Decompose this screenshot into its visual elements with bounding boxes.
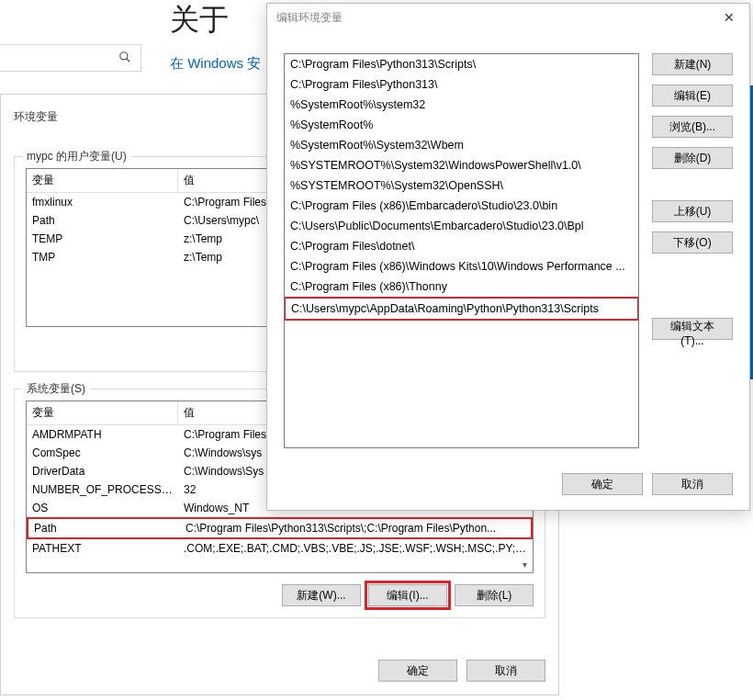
list-item[interactable]: C:\Program Files (x86)\Thonny — [285, 277, 638, 297]
var-name: ComSpec — [27, 444, 178, 462]
search-icon — [118, 51, 131, 66]
list-item-highlighted[interactable]: C:\Users\mypc\AppData\Roaming\Python\Pyt… — [284, 297, 639, 321]
list-item[interactable]: C:\Program Files (x86)\Windows Kits\10\W… — [285, 256, 638, 277]
var-name: Path — [27, 211, 178, 230]
edit-cancel-button[interactable]: 取消 — [652, 473, 733, 495]
env-ok-button[interactable]: 确定 — [378, 660, 457, 682]
list-item[interactable]: %SystemRoot%\system32 — [285, 95, 638, 115]
edit-text-button[interactable]: 编辑文本(T)... — [652, 318, 733, 340]
var-name: Path — [28, 519, 180, 537]
edit-side-buttons: 新建(N) 编辑(E) 浏览(B)... 删除(D) 上移(U) 下移(O) 编… — [652, 53, 733, 340]
var-name: PATHEXT — [27, 539, 178, 558]
list-item[interactable]: %SYSTEMROOT%\System32\OpenSSH\ — [285, 175, 638, 196]
move-up-button[interactable]: 上移(U) — [652, 200, 733, 222]
var-value: C:\Program Files\Python313\Scripts\;C:\P… — [180, 519, 531, 537]
edit-dialog-title: 编辑环境变量 — [276, 10, 343, 26]
scroll-down-icon[interactable]: ▾ — [518, 558, 531, 570]
var-name: DriverData — [27, 462, 178, 480]
svg-line-1 — [127, 58, 130, 62]
about-heading: 关于 — [170, 0, 229, 40]
var-name: AMDRMPATH — [27, 425, 178, 444]
edit-button[interactable]: 编辑(E) — [652, 85, 733, 107]
sys-vars-label: 系统变量(S) — [22, 381, 90, 397]
var-name: TEMP — [27, 230, 178, 248]
var-name: TMP — [27, 248, 178, 266]
edit-title-bar[interactable]: 编辑环境变量 ✕ — [267, 4, 749, 31]
table-row[interactable]: PathC:\Program Files\Python313\Scripts\;… — [27, 517, 533, 539]
list-item[interactable]: C:\Users\Public\Documents\Embarcadero\St… — [285, 216, 638, 236]
list-item[interactable]: C:\Program Files\Python313\ — [285, 74, 638, 95]
user-vars-label: mypc 的用户变量(U) — [22, 149, 131, 164]
list-item[interactable]: %SystemRoot% — [285, 115, 638, 135]
list-item[interactable]: C:\Program Files\dotnet\ — [285, 236, 638, 256]
delete-button[interactable]: 删除(D) — [652, 147, 733, 169]
list-item[interactable]: C:\Program Files\Python313\Scripts\ — [285, 54, 638, 74]
windows-link[interactable]: 在 Windows 安 — [170, 55, 261, 73]
move-down-button[interactable]: 下移(O) — [652, 231, 733, 254]
col-name-header[interactable]: 变量 — [27, 401, 178, 424]
browse-button[interactable]: 浏览(B)... — [652, 116, 733, 138]
var-name: OS — [27, 499, 178, 517]
search-box[interactable] — [0, 44, 141, 72]
list-item[interactable]: %SYSTEMROOT%\System32\WindowsPowerShell\… — [285, 155, 638, 175]
close-icon[interactable]: ✕ — [718, 8, 740, 27]
var-value: .COM;.EXE;.BAT;.CMD;.VBS;.VBE;.JS;.JSE;.… — [178, 539, 533, 558]
path-list[interactable]: C:\Program Files\Python313\Scripts\C:\Pr… — [284, 53, 639, 448]
var-name: fmxlinux — [27, 193, 178, 211]
new-button[interactable]: 新建(N) — [652, 53, 733, 75]
env-cancel-button[interactable]: 取消 — [466, 660, 545, 682]
col-name-header[interactable]: 变量 — [27, 169, 178, 192]
edit-env-dialog: 编辑环境变量 ✕ C:\Program Files\Python313\Scri… — [266, 3, 750, 511]
sys-delete-button[interactable]: 删除(L) — [455, 584, 534, 606]
var-name: NUMBER_OF_PROCESSORS — [27, 480, 178, 499]
table-row[interactable]: PATHEXT.COM;.EXE;.BAT;.CMD;.VBS;.VBE;.JS… — [27, 539, 533, 558]
svg-point-0 — [120, 51, 128, 59]
sys-edit-button[interactable]: 编辑(I)... — [368, 584, 447, 606]
list-item[interactable]: %SystemRoot%\System32\Wbem — [285, 135, 638, 155]
sys-new-button[interactable]: 新建(W)... — [282, 584, 361, 606]
list-item[interactable]: C:\Program Files (x86)\Embarcadero\Studi… — [285, 196, 638, 216]
edit-ok-button[interactable]: 确定 — [562, 473, 643, 495]
